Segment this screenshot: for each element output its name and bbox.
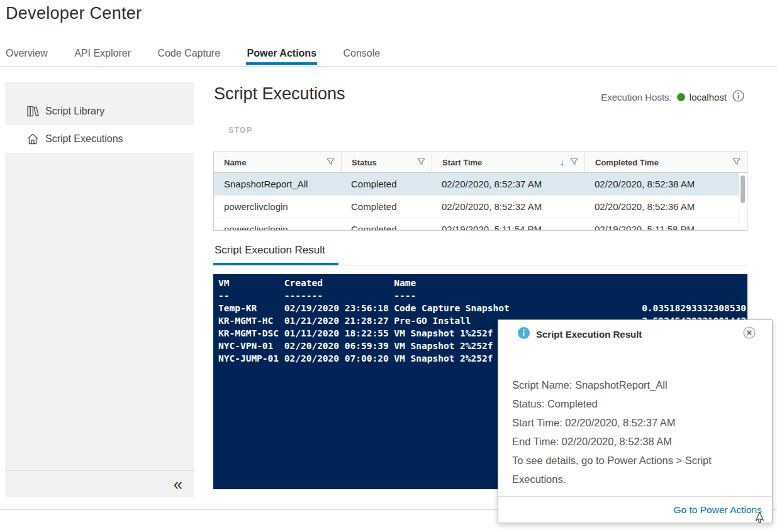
script-result-popup: Script Execution Result Script Name: Sna… <box>498 319 773 523</box>
host-status-dot <box>677 93 685 101</box>
filter-icon[interactable] <box>732 158 741 167</box>
table-row[interactable]: powerclivclogin Completed 02/19/2020, 5:… <box>214 218 747 231</box>
popup-body: Script Name: SnapshotReport_All Status: … <box>512 375 760 489</box>
popup-line: To see details, go to Power Actions > Sc… <box>512 451 760 489</box>
sidebar-footer: « <box>5 470 194 497</box>
execution-hosts: Execution Hosts: localhost <box>601 90 744 104</box>
table-row[interactable]: SnapshotReport_All Completed 02/20/2020,… <box>214 173 747 196</box>
active-tab-underline <box>213 263 338 265</box>
home-icon <box>26 133 39 145</box>
info-filled-icon <box>518 327 530 341</box>
filter-icon[interactable] <box>570 158 578 167</box>
column-header-completed-time[interactable]: Completed Time <box>584 152 747 172</box>
info-icon[interactable] <box>732 90 744 104</box>
table-body: SnapshotReport_All Completed 02/20/2020,… <box>214 173 747 231</box>
sidebar-collapse-button[interactable]: « <box>174 476 182 492</box>
execution-host-name: localhost <box>690 92 727 103</box>
tab-power-actions[interactable]: Power Actions <box>246 44 317 65</box>
execution-hosts-label: Execution Hosts: <box>601 92 672 103</box>
sidebar-item-script-executions[interactable]: Script Executions <box>5 125 194 153</box>
stop-button[interactable]: STOP <box>228 126 252 135</box>
mouse-cursor-icon <box>756 512 766 526</box>
filter-icon[interactable] <box>327 158 335 167</box>
popup-line: Script Name: SnapshotReport_All <box>512 375 760 394</box>
sidebar-item-script-library[interactable]: Script Library <box>5 97 194 125</box>
table-scrollbar <box>739 173 747 231</box>
library-icon <box>26 105 39 118</box>
sort-desc-icon[interactable]: ↓ <box>560 157 564 167</box>
tab-api-explorer[interactable]: API Explorer <box>74 44 131 65</box>
close-icon[interactable] <box>743 326 756 339</box>
tab-divider-line <box>338 265 747 265</box>
column-header-status[interactable]: Status <box>341 152 432 172</box>
popup-footer: Go to Power Actions <box>498 496 772 523</box>
section-title: Script Executions <box>214 84 345 104</box>
sidebar-item-label: Script Library <box>45 106 104 117</box>
sidebar-item-label: Script Executions <box>45 133 123 145</box>
tab-code-capture[interactable]: Code Capture <box>157 44 221 65</box>
popup-header: Script Execution Result <box>498 320 772 348</box>
scrollbar-thumb[interactable] <box>741 175 745 203</box>
popup-line: End Time: 02/20/2020, 8:52:38 AM <box>512 432 760 451</box>
main-tabbar: Overview API Explorer Code Capture Power… <box>0 44 777 67</box>
sidebar: Script Library Script Executions « <box>5 82 194 497</box>
column-header-name[interactable]: Name <box>214 152 341 172</box>
script-executions-table: Name Status Start Time ↓ Completed Time … <box>213 152 747 231</box>
popup-title: Script Execution Result <box>536 329 642 340</box>
column-header-start-time[interactable]: Start Time ↓ <box>432 152 584 172</box>
tab-script-execution-result[interactable]: Script Execution Result <box>215 244 325 257</box>
go-to-power-actions-link[interactable]: Go to Power Actions <box>674 504 762 516</box>
filter-icon[interactable] <box>417 158 425 167</box>
table-row[interactable]: powerclivclogin Completed 02/20/2020, 8:… <box>214 196 747 218</box>
table-header: Name Status Start Time ↓ Completed Time <box>214 152 747 173</box>
popup-line: Start Time: 02/20/2020, 8:52:37 AM <box>512 413 760 432</box>
page-title: Developer Center <box>6 4 142 23</box>
tab-console[interactable]: Console <box>342 44 381 65</box>
tab-overview[interactable]: Overview <box>5 44 48 65</box>
popup-line: Status: Completed <box>512 394 760 413</box>
